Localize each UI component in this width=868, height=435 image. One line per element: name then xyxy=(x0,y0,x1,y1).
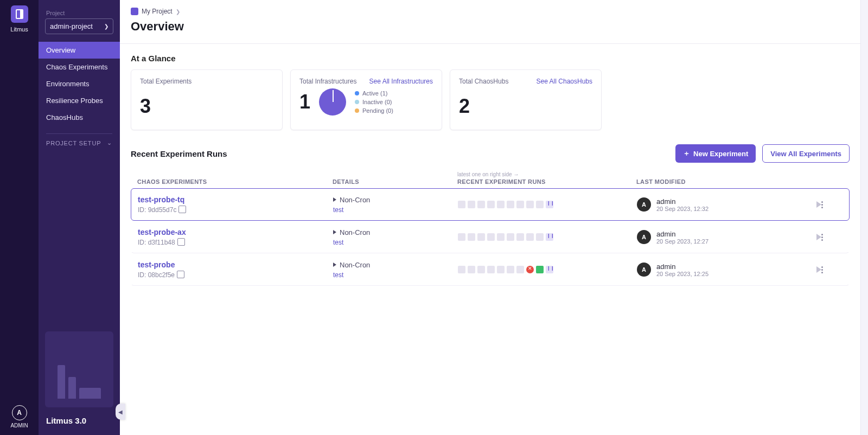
plus-icon: ＋ xyxy=(683,149,690,158)
experiment-env-link[interactable]: test xyxy=(333,206,458,214)
avatar: A xyxy=(637,197,651,212)
project-setup-toggle[interactable]: PROJECT SETUP ⌄ xyxy=(39,139,120,146)
run-running-icon[interactable] xyxy=(546,266,553,273)
run-empty-icon[interactable] xyxy=(468,201,475,208)
col-last-modified: LAST MODIFIED xyxy=(636,178,821,185)
table-row[interactable]: test-probe ID: 08bc2f5e Non-Cron test A … xyxy=(131,253,850,286)
modified-by: admin xyxy=(656,197,709,206)
new-experiment-button[interactable]: ＋ New Experiment xyxy=(675,144,756,163)
run-experiment-button[interactable] xyxy=(816,201,821,208)
experiment-name-link[interactable]: test-probe xyxy=(138,260,333,269)
sidebar-item-overview[interactable]: Overview xyxy=(39,42,120,59)
run-empty-icon[interactable] xyxy=(516,266,524,273)
experiment-name-link[interactable]: test-probe-ax xyxy=(138,228,333,236)
table-header: CHAOS EXPERIMENTS DETAILS latest one on … xyxy=(131,168,850,188)
play-icon xyxy=(333,197,336,202)
row-menu-button[interactable] xyxy=(821,234,854,241)
run-empty-icon[interactable] xyxy=(497,266,505,273)
user-role-label: ADMIN xyxy=(10,423,28,428)
experiment-env-link[interactable]: test xyxy=(333,239,458,246)
run-empty-icon[interactable] xyxy=(507,233,514,241)
project-icon xyxy=(131,8,138,15)
glance-cards: Total Experiments 3 Total Infrastructure… xyxy=(120,69,860,135)
run-empty-icon[interactable] xyxy=(516,201,524,208)
run-empty-icon[interactable] xyxy=(477,266,485,273)
run-running-icon[interactable] xyxy=(546,201,553,208)
chevron-right-icon: ❯ xyxy=(176,9,180,15)
project-selector-value: admin-project xyxy=(50,22,93,30)
run-running-icon[interactable] xyxy=(546,233,553,241)
user-avatar[interactable]: A xyxy=(12,405,27,420)
copy-icon[interactable] xyxy=(180,207,186,213)
modified-by: admin xyxy=(656,263,709,271)
at-a-glance-title: At a Glance xyxy=(120,44,860,69)
project-selector[interactable]: admin-project ❯ xyxy=(45,18,113,34)
run-empty-icon[interactable] xyxy=(536,201,544,208)
run-empty-icon[interactable] xyxy=(487,201,495,208)
row-menu-button[interactable] xyxy=(821,201,854,208)
avatar: A xyxy=(637,230,651,244)
sidebar-item-chaos-experiments[interactable]: Chaos Experiments xyxy=(39,59,120,75)
experiment-id: ID: d3f11b48 xyxy=(138,239,333,246)
see-all-chaoshubs-link[interactable]: See All ChaosHubs xyxy=(537,78,592,85)
run-empty-icon[interactable] xyxy=(477,201,485,208)
play-icon xyxy=(333,230,336,234)
run-experiment-button[interactable] xyxy=(816,234,821,240)
card-total-chaoshubs: Total ChaosHubs See All ChaosHubs 2 xyxy=(450,69,602,130)
run-empty-icon[interactable] xyxy=(468,233,475,241)
run-experiment-button[interactable] xyxy=(816,266,821,273)
button-label: New Experiment xyxy=(693,150,748,158)
run-empty-icon[interactable] xyxy=(468,266,475,273)
experiments-table: CHAOS EXPERIMENTS DETAILS latest one on … xyxy=(120,168,860,308)
run-empty-icon[interactable] xyxy=(458,233,465,241)
sidebar-collapse-button[interactable]: ◀ xyxy=(116,404,125,420)
run-empty-icon[interactable] xyxy=(507,266,514,273)
breadcrumb-root[interactable]: My Project xyxy=(142,8,173,15)
run-empty-icon[interactable] xyxy=(477,233,485,241)
run-empty-icon[interactable] xyxy=(487,266,495,273)
col-details: DETAILS xyxy=(333,178,457,185)
run-empty-icon[interactable] xyxy=(526,233,534,241)
run-empty-icon[interactable] xyxy=(458,201,465,208)
see-all-infrastructures-link[interactable]: See All Infrastructures xyxy=(369,78,433,85)
main-content: My Project ❯ Overview At a Glance Total … xyxy=(120,0,860,435)
run-success-icon[interactable] xyxy=(536,266,544,273)
app-rail: Litmus A ADMIN xyxy=(0,0,39,435)
run-empty-icon[interactable] xyxy=(497,201,505,208)
experiment-name-link[interactable]: test-probe-tq xyxy=(138,195,333,204)
col-recent-runs: RECENT EXPERIMENT RUNS xyxy=(457,178,636,185)
sidebar-item-chaoshubs[interactable]: ChaosHubs xyxy=(39,109,120,126)
row-menu-button[interactable] xyxy=(821,266,854,273)
recent-runs-hint: latest one on right side → xyxy=(457,171,636,177)
modified-at: 20 Sep 2023, 12:32 xyxy=(656,206,709,212)
run-empty-icon[interactable] xyxy=(458,266,465,273)
litmus-logo[interactable] xyxy=(11,5,28,23)
dot-icon xyxy=(355,108,359,113)
experiment-env-link[interactable]: test xyxy=(333,271,458,279)
run-empty-icon[interactable] xyxy=(516,233,524,241)
run-empty-icon[interactable] xyxy=(526,201,534,208)
table-row[interactable]: test-probe-ax ID: d3f11b48 Non-Cron test… xyxy=(131,221,850,253)
run-empty-icon[interactable] xyxy=(487,233,495,241)
total-experiments-value: 3 xyxy=(140,95,273,118)
view-all-experiments-button[interactable]: View All Experiments xyxy=(762,144,850,163)
card-total-infrastructures: Total Infrastructures See All Infrastruc… xyxy=(290,69,442,130)
divider xyxy=(46,133,112,134)
table-row[interactable]: test-probe-tq ID: 9dd55d7c Non-Cron test… xyxy=(131,188,850,221)
infra-legend: Active (1) Inactive (0) Pending (0) xyxy=(355,90,393,114)
sidebar-item-environments[interactable]: Environments xyxy=(39,75,120,92)
card-label: Total Experiments xyxy=(140,78,192,85)
run-fail-icon[interactable] xyxy=(526,266,534,273)
copy-icon[interactable] xyxy=(178,239,185,246)
project-label: Project xyxy=(46,10,120,16)
infra-donut-chart xyxy=(319,88,346,116)
sidebar-item-resilience-probes[interactable]: Resilience Probes xyxy=(39,92,120,109)
avatar: A xyxy=(637,263,651,277)
run-empty-icon[interactable] xyxy=(497,233,505,241)
run-empty-icon[interactable] xyxy=(507,201,514,208)
scrollbar[interactable] xyxy=(860,0,868,435)
dot-icon xyxy=(355,91,359,95)
run-empty-icon[interactable] xyxy=(536,233,544,241)
experiment-type: Non-Cron xyxy=(333,196,458,204)
copy-icon[interactable] xyxy=(178,272,184,278)
